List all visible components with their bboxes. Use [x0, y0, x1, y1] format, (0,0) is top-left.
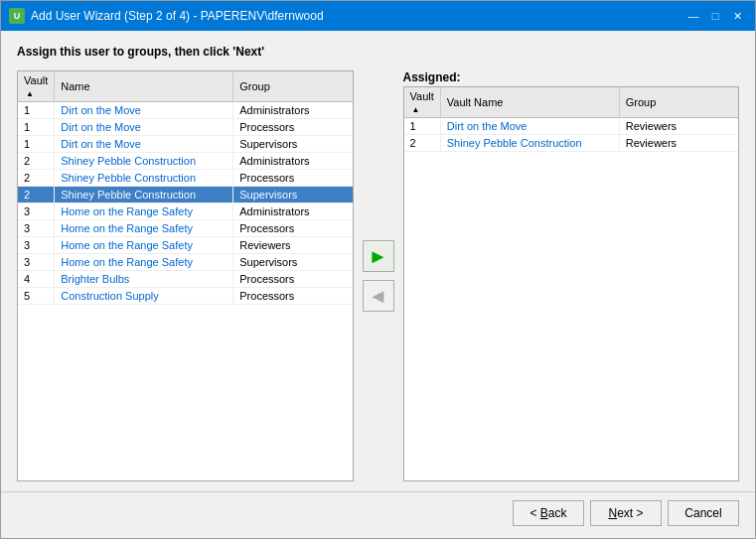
- right-name-cell: Dirt on the Move: [440, 118, 619, 135]
- left-table-row[interactable]: 3Home on the Range SafetyReviewers: [18, 237, 353, 254]
- panels-row: Vault ▲ Name Group 1Dirt on the MoveAdmi…: [17, 70, 739, 481]
- left-group-cell: Administrators: [233, 153, 353, 170]
- left-vault-cell: 5: [18, 288, 55, 305]
- remove-from-assigned-button[interactable]: ◄: [363, 280, 394, 312]
- left-name-cell: Dirt on the Move: [55, 119, 233, 136]
- arrow-left-icon: ◄: [369, 285, 388, 308]
- left-table-body: 1Dirt on the MoveAdministrators1Dirt on …: [18, 102, 353, 305]
- left-vault-cell: 1: [18, 119, 55, 136]
- left-name-cell: Home on the Range Safety: [55, 203, 233, 220]
- left-name-cell: Shiney Pebble Construction: [55, 170, 233, 187]
- back-button[interactable]: < Back: [513, 500, 584, 526]
- left-name-cell: Brighter Bulbs: [55, 271, 233, 288]
- left-group-cell: Administrators: [233, 102, 353, 119]
- left-table-row[interactable]: 2Shiney Pebble ConstructionAdministrator…: [18, 153, 353, 170]
- right-group-cell: Reviewers: [619, 135, 738, 152]
- left-group-cell: Supervisors: [233, 136, 353, 153]
- right-table-header: Vault ▲ Vault Name Group: [404, 87, 739, 118]
- left-group-cell: Supervisors: [233, 187, 353, 203]
- left-name-cell: Shiney Pebble Construction: [55, 187, 233, 203]
- title-controls: — □ ✕: [683, 7, 747, 25]
- left-vault-cell: 2: [18, 153, 55, 170]
- svg-text:U: U: [14, 11, 21, 21]
- left-vault-cell: 4: [18, 271, 55, 288]
- left-table-row[interactable]: 1Dirt on the MoveAdministrators: [18, 102, 353, 119]
- left-panel: Vault ▲ Name Group 1Dirt on the MoveAdmi…: [17, 70, 354, 481]
- assigned-group-col-header[interactable]: Group: [619, 87, 738, 118]
- left-vault-cell: 1: [18, 136, 55, 153]
- right-table-row[interactable]: 1Dirt on the MoveReviewers: [404, 118, 739, 135]
- app-icon: U: [9, 8, 25, 24]
- left-table-row[interactable]: 3Home on the Range SafetyAdministrators: [18, 203, 353, 220]
- left-name-cell: Home on the Range Safety: [55, 254, 233, 271]
- assigned-vault-col-header[interactable]: Vault ▲: [404, 87, 441, 118]
- group-col-header[interactable]: Group: [233, 71, 353, 102]
- left-group-cell: Administrators: [233, 203, 353, 220]
- left-name-cell: Construction Supply: [55, 288, 233, 305]
- left-table-row[interactable]: 1Dirt on the MoveProcessors: [18, 119, 353, 136]
- left-group-cell: Processors: [233, 288, 353, 305]
- arrow-right-icon: ►: [369, 245, 388, 268]
- right-table-body: 1Dirt on the MoveReviewers2Shiney Pebble…: [404, 118, 739, 152]
- right-vault-cell: 1: [404, 118, 441, 135]
- left-group-cell: Processors: [233, 119, 353, 136]
- left-group-cell: Supervisors: [233, 254, 353, 271]
- left-group-cell: Processors: [233, 271, 353, 288]
- left-vault-cell: 3: [18, 254, 55, 271]
- left-table-header: Vault ▲ Name Group: [18, 71, 353, 102]
- left-name-cell: Home on the Range Safety: [55, 237, 233, 254]
- close-button[interactable]: ✕: [727, 7, 747, 25]
- right-name-cell: Shiney Pebble Construction: [440, 135, 619, 152]
- left-vault-cell: 3: [18, 237, 55, 254]
- left-vault-cell: 1: [18, 102, 55, 119]
- vault-col-header[interactable]: Vault ▲: [18, 71, 55, 102]
- name-col-header[interactable]: Name: [55, 71, 233, 102]
- left-table-row[interactable]: 5Construction SupplyProcessors: [18, 288, 353, 305]
- middle-buttons: ► ◄: [354, 70, 403, 481]
- next-button[interactable]: Next >: [590, 500, 662, 526]
- back-underline-label: < Back: [529, 506, 566, 520]
- left-name-cell: Home on the Range Safety: [55, 220, 233, 237]
- assigned-groups-table-container[interactable]: Vault ▲ Vault Name Group 1Dirt on the Mo…: [403, 86, 740, 481]
- left-table-row[interactable]: 3Home on the Range SafetyProcessors: [18, 220, 353, 237]
- minimize-button[interactable]: —: [683, 7, 703, 25]
- left-name-cell: Dirt on the Move: [55, 102, 233, 119]
- left-table-row[interactable]: 2Shiney Pebble ConstructionProcessors: [18, 170, 353, 187]
- left-name-cell: Shiney Pebble Construction: [55, 153, 233, 170]
- footer: < Back Next > Cancel: [1, 491, 755, 538]
- title-bar-left: U Add User Wizard (Step 2 of 4) - PAPERE…: [9, 8, 324, 24]
- assigned-name-col-header[interactable]: Vault Name: [440, 87, 619, 118]
- left-name-cell: Dirt on the Move: [55, 136, 233, 153]
- content-area: Assign this user to groups, then click '…: [1, 31, 755, 491]
- assigned-groups-table: Vault ▲ Vault Name Group 1Dirt on the Mo…: [404, 87, 739, 152]
- right-vault-cell: 2: [404, 135, 441, 152]
- next-underline-label: Next >: [608, 506, 643, 520]
- left-group-cell: Reviewers: [233, 237, 353, 254]
- right-panel: Assigned: Vault ▲ Vault Name Group 1Dirt…: [403, 70, 740, 481]
- window-title: Add User Wizard (Step 2 of 4) - PAPERENV…: [31, 9, 324, 23]
- left-vault-cell: 2: [18, 170, 55, 187]
- left-vault-cell: 2: [18, 187, 55, 203]
- add-to-assigned-button[interactable]: ►: [363, 240, 394, 272]
- left-vault-cell: 3: [18, 203, 55, 220]
- instruction-text: Assign this user to groups, then click '…: [17, 45, 739, 59]
- left-group-cell: Processors: [233, 170, 353, 187]
- available-groups-table-container[interactable]: Vault ▲ Name Group 1Dirt on the MoveAdmi…: [17, 70, 354, 481]
- right-table-row[interactable]: 2Shiney Pebble ConstructionReviewers: [404, 135, 739, 152]
- available-groups-table: Vault ▲ Name Group 1Dirt on the MoveAdmi…: [18, 71, 353, 305]
- assigned-label: Assigned:: [403, 70, 740, 84]
- right-group-cell: Reviewers: [619, 118, 738, 135]
- title-bar: U Add User Wizard (Step 2 of 4) - PAPERE…: [1, 1, 755, 31]
- left-table-row[interactable]: 4Brighter BulbsProcessors: [18, 271, 353, 288]
- maximize-button[interactable]: □: [705, 7, 725, 25]
- main-window: U Add User Wizard (Step 2 of 4) - PAPERE…: [0, 0, 756, 539]
- left-group-cell: Processors: [233, 220, 353, 237]
- left-table-row[interactable]: 1Dirt on the MoveSupervisors: [18, 136, 353, 153]
- left-table-row[interactable]: 2Shiney Pebble ConstructionSupervisors: [18, 187, 353, 203]
- left-vault-cell: 3: [18, 220, 55, 237]
- left-table-row[interactable]: 3Home on the Range SafetySupervisors: [18, 254, 353, 271]
- cancel-button[interactable]: Cancel: [668, 500, 739, 526]
